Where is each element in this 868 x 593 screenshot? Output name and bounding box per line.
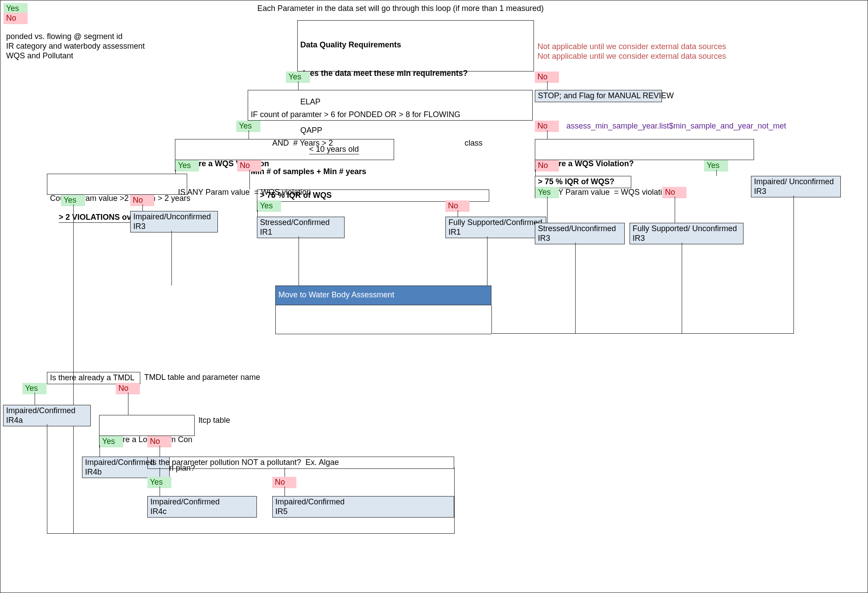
ltcp-box: IS there a Long Term Con OR other restor… bbox=[99, 415, 195, 436]
legend-no: No bbox=[4, 13, 28, 24]
connector bbox=[285, 486, 285, 496]
connector bbox=[535, 170, 536, 176]
wqs-left-yes: Yes bbox=[175, 160, 199, 171]
connector bbox=[298, 81, 299, 90]
ltcp-side: ltcp table bbox=[196, 415, 233, 426]
connector bbox=[487, 236, 487, 286]
dq-heading-1: Data Quality Requirements bbox=[300, 40, 531, 50]
wqs-right-sub: IS ANY Param value = WQS violation bbox=[538, 188, 751, 197]
connector-loop bbox=[47, 424, 47, 533]
connector bbox=[793, 196, 794, 334]
wqs-right-no: No bbox=[535, 160, 559, 171]
connector bbox=[575, 243, 576, 334]
tmdl-box: Is there already a TMDL bbox=[47, 372, 140, 384]
connector-loop bbox=[454, 468, 455, 533]
tmdl-side: TMDL table and parameter name bbox=[142, 372, 263, 383]
dq-stop: STOP; and Flag for MANUAL REVIEW bbox=[535, 90, 662, 102]
title: Each Parameter in the data set will go t… bbox=[255, 3, 546, 14]
iqr-right-box: > 75 % IQR of WQS? bbox=[535, 176, 631, 188]
wqs-right-box: Is there a WQS Violation? IS ANY Param v… bbox=[535, 139, 754, 160]
connector bbox=[142, 204, 143, 211]
out-ir4a: Impaired/Confirmed IR4a bbox=[3, 405, 91, 426]
connector bbox=[682, 243, 682, 334]
connector bbox=[458, 210, 458, 217]
out-ir5: Impaired/Confirmed IR5 bbox=[272, 496, 454, 518]
out-full-conf: Fully Supported/Confirmed IR1 bbox=[445, 217, 546, 238]
connector bbox=[299, 236, 299, 286]
connector bbox=[547, 130, 548, 139]
min-line-1: IF count of paramter > 6 for PONDED OR >… bbox=[251, 110, 530, 120]
dq-na-2: Not applicable until we consider externa… bbox=[535, 51, 729, 62]
connector bbox=[128, 393, 128, 415]
ltcp-yes: Yes bbox=[99, 436, 123, 447]
intro-line-3: WQS and Pollutant bbox=[4, 50, 76, 62]
connector bbox=[249, 130, 249, 139]
connector bbox=[160, 486, 160, 496]
connector-h bbox=[275, 334, 491, 334]
out-stressed-conf: Stressed/Confirmed IR1 bbox=[257, 217, 345, 238]
connector bbox=[160, 446, 160, 457]
wqs-left-heading: Is there a WQS Violation bbox=[178, 159, 391, 169]
iqr-left-box: > 75 % IQR of WQS bbox=[257, 189, 489, 202]
connector bbox=[675, 196, 675, 223]
connector bbox=[171, 231, 172, 286]
flowchart-canvas: Yes No Each Parameter in the data set wi… bbox=[0, 0, 868, 593]
wqs-left-box: Is there a WQS Violation IS ANY Param va… bbox=[175, 139, 394, 160]
connector bbox=[285, 468, 285, 477]
move-box: Move to Water Body Assessment bbox=[275, 286, 491, 305]
connector-yes-long bbox=[73, 204, 74, 533]
min-note: assess_min_sample_year.list$min_sample_a… bbox=[564, 121, 789, 132]
out-full-unc: Fully Supported/ Unconfirmed IR3 bbox=[630, 223, 743, 244]
connector-loop-h bbox=[47, 533, 455, 534]
connector bbox=[249, 170, 250, 189]
connector bbox=[160, 468, 160, 477]
connector bbox=[100, 446, 100, 457]
pollutant-box: Is the parameter pollution NOT a polluta… bbox=[147, 457, 454, 469]
connector bbox=[275, 305, 276, 334]
out-stressed-unc: Stressed/Unconfirmed IR3 bbox=[535, 223, 625, 244]
min-samples-box: IF count of paramter > 6 for PONDED OR >… bbox=[248, 90, 533, 121]
out-impaired-unc-a: Impaired/Unconfirmed IR3 bbox=[130, 211, 218, 232]
count-param-box: Count Param value >2 AND in > 2 years > … bbox=[47, 174, 187, 195]
connector bbox=[257, 210, 258, 217]
connector bbox=[175, 170, 176, 174]
connector-h bbox=[491, 333, 794, 334]
iqr-left-yes: Yes bbox=[257, 200, 281, 212]
dq-heading-2: does the data meet these min requirement… bbox=[300, 69, 531, 79]
out-impaired-unc-b: Impaired/ Unconfirmed IR3 bbox=[751, 176, 841, 197]
data-quality-box: Data Quality Requirements does the data … bbox=[297, 20, 534, 71]
connector bbox=[491, 305, 492, 334]
connector bbox=[35, 393, 35, 405]
connector bbox=[547, 81, 548, 90]
out-ir4c: Impaired/Confirmed IR4c bbox=[147, 496, 257, 518]
connector bbox=[716, 170, 717, 176]
connector bbox=[547, 196, 548, 223]
